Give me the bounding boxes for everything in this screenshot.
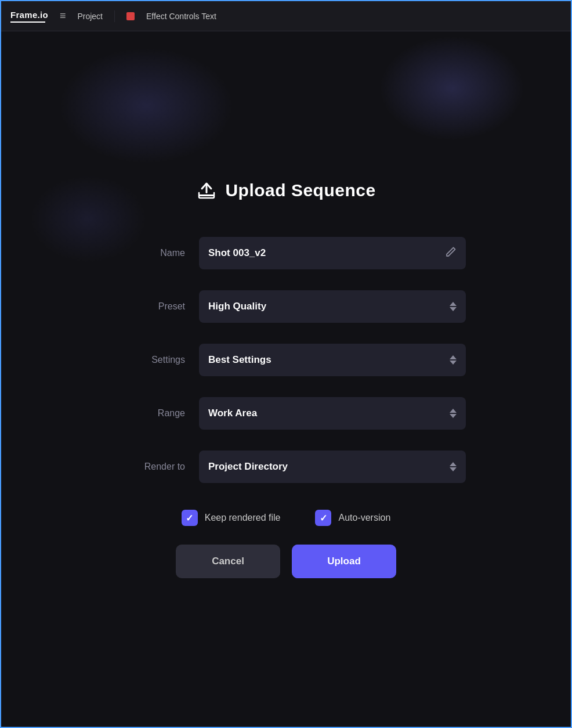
upload-button[interactable]: Upload	[292, 545, 396, 578]
keep-rendered-checkbox[interactable]: ✓	[182, 510, 198, 526]
dialog-box: Upload Sequence Name Shot 003_v2	[106, 180, 466, 578]
buttons-row: Cancel Upload	[176, 545, 396, 578]
logo-text: Frame.io	[10, 10, 48, 20]
arrow-down-icon	[450, 467, 457, 471]
svg-rect-0	[199, 194, 214, 196]
arrow-down-icon	[450, 414, 457, 418]
logo-underline	[10, 21, 45, 23]
preset-spinner	[450, 302, 457, 311]
top-bar-separator	[114, 10, 115, 22]
arrow-up-icon	[450, 409, 457, 413]
keep-rendered-item: ✓ Keep rendered file	[182, 510, 281, 526]
name-label: Name	[106, 248, 199, 258]
checkmark-icon: ✓	[320, 513, 327, 524]
settings-spinner	[450, 355, 457, 365]
red-dot-icon	[126, 12, 135, 20]
name-row: Name Shot 003_v2	[106, 226, 466, 280]
project-tab[interactable]: Project	[77, 12, 103, 21]
checkmark-icon: ✓	[186, 513, 193, 524]
main-content: Upload Sequence Name Shot 003_v2	[1, 31, 571, 727]
auto-version-item: ✓ Auto-version	[315, 510, 390, 526]
render-to-value: Project Directory	[208, 461, 288, 473]
range-row: Range Work Area	[106, 387, 466, 440]
arrow-up-icon	[450, 462, 457, 466]
render-to-control[interactable]: Project Directory	[199, 451, 466, 483]
edit-icon	[445, 246, 457, 261]
settings-label: Settings	[106, 355, 199, 365]
app-container: Frame.io ≡ Project Effect Controls Text …	[0, 0, 572, 728]
range-label: Range	[106, 408, 199, 419]
range-value: Work Area	[208, 408, 257, 419]
range-control[interactable]: Work Area	[199, 397, 466, 430]
menu-icon[interactable]: ≡	[60, 10, 66, 22]
effect-controls-tab[interactable]: Effect Controls Text	[146, 12, 216, 21]
preset-value: High Quality	[208, 301, 266, 312]
form-rows: Name Shot 003_v2 Preset High Qua	[106, 226, 466, 493]
settings-control[interactable]: Best Settings	[199, 344, 466, 376]
auto-version-label: Auto-version	[338, 513, 390, 523]
top-bar: Frame.io ≡ Project Effect Controls Text	[1, 1, 571, 31]
dialog-title: Upload Sequence	[196, 180, 375, 201]
arrow-down-icon	[450, 307, 457, 311]
preset-control[interactable]: High Quality	[199, 290, 466, 323]
preset-label: Preset	[106, 301, 199, 312]
range-spinner	[450, 409, 457, 418]
auto-version-checkbox[interactable]: ✓	[315, 510, 331, 526]
keep-rendered-label: Keep rendered file	[205, 513, 281, 523]
render-to-spinner	[450, 462, 457, 471]
dialog-title-text: Upload Sequence	[225, 181, 375, 200]
arrow-up-icon	[450, 355, 457, 359]
name-control[interactable]: Shot 003_v2	[199, 237, 466, 269]
arrow-down-icon	[450, 361, 457, 365]
arrow-up-icon	[450, 302, 457, 306]
upload-sequence-icon	[196, 180, 217, 201]
name-value: Shot 003_v2	[208, 247, 266, 259]
checkboxes-row: ✓ Keep rendered file ✓ Auto-version	[182, 510, 391, 526]
preset-row: Preset High Quality	[106, 280, 466, 333]
render-to-label: Render to	[106, 462, 199, 472]
logo-group: Frame.io	[10, 10, 48, 23]
settings-row: Settings Best Settings	[106, 333, 466, 387]
render-to-row: Render to Project Directory	[106, 440, 466, 493]
settings-value: Best Settings	[208, 354, 271, 366]
cancel-button[interactable]: Cancel	[176, 545, 280, 578]
